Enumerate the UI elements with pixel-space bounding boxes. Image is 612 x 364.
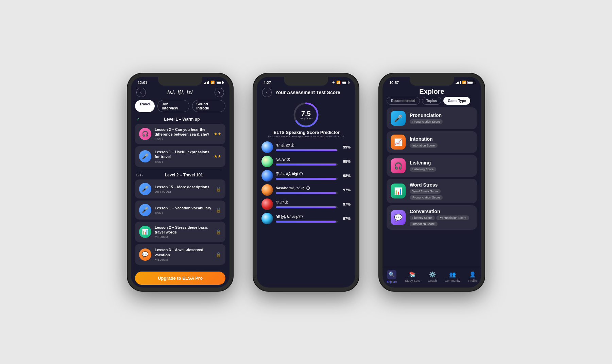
score-name-6: /ɪl/ (y), /z/, /dʒ/ ⓘ [276, 214, 338, 219]
explore-card-conversation[interactable]: 💬 Conversation Fluency Score Pronunciati… [387, 205, 477, 230]
lesson-info-2: Lesson 1 – Useful expressions for travel… [155, 150, 210, 163]
explore-tags-pronunciation: Pronunciation Score [410, 119, 473, 124]
nav-explore[interactable]: 🔍 Explore [387, 270, 397, 283]
back-button-1[interactable]: ‹ [136, 88, 146, 97]
explore-tag-listening-score: Listening Score [410, 167, 436, 172]
progress-fill-4 [276, 192, 336, 194]
score-info-5: /l/, /r/ ⓘ [276, 200, 338, 208]
lesson-lock-5: 🔒 [216, 229, 221, 235]
explore-card-intonation[interactable]: 📈 Intonation Intonation Score [387, 131, 477, 153]
lesson-stars-1: ★★ [214, 132, 221, 136]
lesson-card-1[interactable]: 🎧 Lesson 2 – Can you hear the difference… [135, 124, 225, 144]
phone-2-screen: 4:27 ✈ 📶 ‹ Your Assessment Test Score [257, 77, 355, 288]
bottom-nav: 🔍 Explore 📚 Study Sets ⚙️ Coach 👥 Commun… [382, 267, 481, 288]
explore-tag-pronunciation-score: Pronunciation Score [410, 119, 443, 124]
battery-icon-2 [342, 81, 348, 84]
wifi-icon-2: 📶 [336, 81, 340, 84]
lesson-info-4: Lesson 1 – Vacation vocabulary EASY [155, 206, 212, 214]
score-info-2: /u/, /ʊ/ ⓘ [276, 157, 338, 166]
lesson-card-3[interactable]: 🎤 Lesson 15 – More descriptions DIFFICUL… [135, 179, 225, 198]
explore-icon-pronunciation: 🎤 [391, 111, 406, 126]
progress-fill-3 [276, 178, 336, 180]
lesson-card-4[interactable]: 🎤 Lesson 1 – Vacation vocabulary EASY 🔒 [135, 201, 225, 220]
ielts-subtitle: This score has not been approved or endo… [261, 135, 351, 138]
upgrade-button[interactable]: Upgrade to ELSA Pro [135, 272, 225, 285]
nav-profile-label: Profile [469, 279, 477, 282]
explore-tag-fluency: Fluency Score [410, 215, 435, 220]
score-name-4: Nasals: /m/, /n/, /ŋ/ ⓘ [276, 186, 338, 191]
phone-3: 10:57 📶 Explore [379, 73, 485, 291]
explore-info-conversation: Conversation Fluency Score Pronunciation… [410, 209, 473, 226]
explore-icon-intonation: 📈 [391, 135, 406, 150]
explore-tag-intonation-score: Intonation Score [410, 143, 438, 148]
explore-card-listening[interactable]: 🎧 Listening Listening Score [387, 155, 477, 177]
lessons-scroll: ✓ Level 1 – Warm up 🎧 Lesson 2 – Can you… [131, 115, 230, 269]
explore-icon-word-stress: 📊 [391, 184, 406, 198]
lesson-card-2[interactable]: 🎤 Lesson 1 – Useful expressions for trav… [135, 146, 225, 167]
lesson-icon-5: 📊 [139, 226, 151, 238]
explore-card-word-stress[interactable]: 📊 Word Stress Word Stress Score Pronunci… [387, 179, 477, 203]
phone-2: 4:27 ✈ 📶 ‹ Your Assessment Test Score [253, 73, 359, 291]
lesson-diff-1: EASY [155, 137, 210, 141]
score-info-3: /ʃ/, /s/, /tʃ/, /dʒ/ ⓘ [276, 172, 338, 180]
progress-bg-6 [276, 221, 338, 223]
assessment-title: Your Assessment Test Score [275, 90, 340, 95]
info-button-1[interactable]: ? [215, 88, 224, 97]
back-button-2[interactable]: ‹ [262, 88, 272, 97]
explore-name-pronunciation: Pronunciation [410, 112, 473, 118]
lesson-info-5: Lesson 2 – Stress these basic travel wor… [155, 225, 212, 239]
nav-coach[interactable]: ⚙️ Coach [428, 271, 437, 282]
time-2: 4:27 [264, 81, 271, 85]
lesson-card-6[interactable]: 💬 Lesson 3 – A well-deserved vacation ME… [135, 244, 225, 265]
tab-sound-intro[interactable]: Sound Introdu [192, 100, 225, 112]
lesson-name-5: Lesson 2 – Stress these basic travel wor… [155, 225, 212, 235]
phone1-title: /s/, /ʃ/, /z/ [167, 89, 193, 96]
explore-icon-listening: 🎧 [391, 158, 406, 173]
phone-1: 12:01 📶 ‹ /s/, /ʃ/, /z/ [128, 73, 233, 291]
score-circle-text: 7.5 Very Good [300, 110, 312, 120]
lesson-info-6: Lesson 3 – A well-deserved vacation MEDI… [155, 247, 212, 261]
score-name-2: /u/, /ʊ/ ⓘ [276, 157, 338, 162]
tab-bar-1: Travel Job Interview Sound Introdu [131, 100, 230, 115]
explore-tag-conv-pron: Pronunciation Score [436, 215, 469, 220]
lesson-diff-6: MEDIUM [155, 258, 212, 261]
explore-card-pronunciation[interactable]: 🎤 Pronunciation Pronunciation Score [387, 107, 477, 129]
lesson-card-5[interactable]: 📊 Lesson 2 – Stress these basic travel w… [135, 222, 225, 242]
progress-fill-5 [276, 206, 336, 208]
score-ball-1 [261, 141, 273, 153]
nav-explore-label: Explore [387, 280, 397, 283]
explore-name-intonation: Intonation [410, 136, 473, 142]
time-3: 10:57 [389, 81, 399, 85]
progress-fill-2 [276, 163, 336, 166]
progress-bg-3 [276, 178, 338, 180]
score-info-6: /ɪl/ (y), /z/, /dʒ/ ⓘ [276, 214, 338, 223]
level-2-progress: 0/17 [136, 173, 143, 177]
nav-profile[interactable]: 👤 Profile [469, 271, 477, 282]
wifi-icon-1: 📶 [210, 81, 215, 84]
explore-tag-conv-intonation: Intonation Score [410, 222, 438, 226]
level-1-title: Level 1 – Warm up [164, 117, 200, 122]
tab-game-type[interactable]: Game Type [443, 97, 470, 105]
nav-study-sets[interactable]: 📚 Study Sets [405, 271, 420, 282]
nav-community[interactable]: 👥 Community [445, 271, 460, 282]
phone1-header: ‹ /s/, /ʃ/, /z/ ? [131, 86, 230, 100]
coach-nav-icon: ⚙️ [429, 271, 436, 278]
tab-travel[interactable]: Travel [135, 100, 155, 112]
explore-tags-intonation: Intonation Score [410, 143, 473, 148]
explore-nav-icon: 🔍 [387, 270, 396, 279]
tab-topics[interactable]: Topics [422, 97, 441, 105]
phone-notch-1 [158, 77, 202, 86]
lesson-name-3: Lesson 15 – More descriptions [155, 185, 212, 189]
lesson-icon-6: 💬 [139, 248, 151, 261]
explore-tag-word-stress-score: Word Stress Score [410, 189, 441, 194]
score-pct-3: 98% [340, 174, 351, 178]
score-row-3: /ʃ/, /s/, /tʃ/, /dʒ/ ⓘ 98% [261, 170, 351, 181]
wifi-icon-3: 📶 [462, 81, 466, 84]
level-2-header: 0/17 Level 2 – Travel 101 [135, 171, 225, 179]
score-row-5: /l/, /r/ ⓘ 97% [261, 198, 351, 210]
tab-recommended[interactable]: Recommended [387, 97, 420, 105]
tab-job-interview[interactable]: Job Interview [157, 100, 189, 112]
progress-bg-4 [276, 192, 338, 194]
score-ball-6 [261, 213, 273, 224]
score-ball-4 [261, 184, 273, 196]
